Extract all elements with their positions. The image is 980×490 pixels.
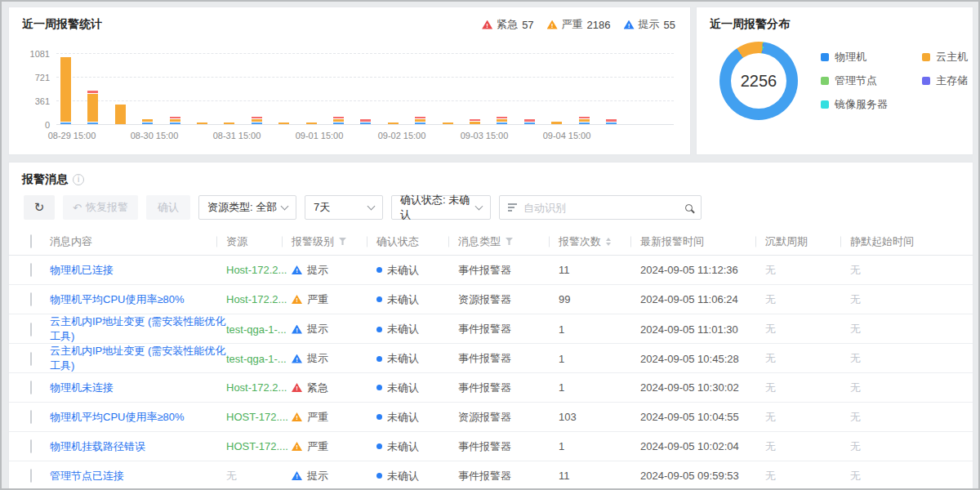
alarm-level: !紧急 [292, 381, 376, 395]
row-checkbox[interactable] [30, 381, 32, 394]
column-header: 消息类型 [458, 234, 559, 249]
distribution-legend-item[interactable]: 管理节点 [821, 74, 922, 88]
bar-group[interactable] [87, 90, 98, 124]
table-body: 物理机已连接Host-172.2...!提示未确认事件报警器112024-09-… [9, 256, 973, 489]
silence-start-time: 无 [850, 439, 973, 454]
bar-group[interactable] [170, 116, 180, 125]
bar-group[interactable] [278, 122, 289, 125]
column-header: 最新报警时间 [640, 234, 765, 249]
table-row: 物理机平均CPU使用率≥80%Host-172.2...!严重未确认资源报警器9… [9, 285, 973, 314]
column-header: 确认状态 [376, 234, 458, 249]
bar-segment-严重 [333, 119, 344, 122]
message-link[interactable]: 管理节点已连接 [50, 470, 124, 482]
ack-status: 未确认 [376, 292, 458, 307]
column-header-label: 消息类型 [458, 234, 501, 249]
silence-period: 无 [765, 351, 850, 366]
legend-count: 2186 [587, 19, 611, 31]
distribution-legend-item[interactable]: 主存储 [922, 74, 968, 88]
alarm-messages-card: 报警消息i ↻ ↶ 恢复报警 确认 资源类型: 全部 7天 确认状态: 未确 [8, 162, 973, 490]
time-range-select[interactable]: 7天 [305, 195, 383, 220]
select-all-checkbox[interactable] [30, 234, 32, 248]
row-checkbox[interactable] [30, 410, 32, 424]
bar-group[interactable] [415, 116, 425, 125]
bar-group[interactable] [524, 118, 535, 124]
bar-group[interactable] [60, 56, 71, 124]
silence-period: 无 [765, 292, 850, 307]
bar-group[interactable] [470, 118, 480, 124]
message-link[interactable]: 物理机挂载路径错误 [50, 440, 145, 452]
column-header: 静默起始时间 [850, 234, 973, 249]
table-header-row: 消息内容资源报警级别确认状态消息类型报警次数最新报警时间沉默周期静默起始时间 [9, 228, 973, 256]
restore-alarm-button[interactable]: ↶ 恢复报警 [63, 195, 138, 220]
resource-link[interactable]: test-qga-1-... [226, 323, 287, 336]
warning-triangle-icon: ! [482, 20, 492, 29]
resource-link[interactable]: Host-172.2... [226, 381, 287, 394]
bar-group[interactable] [388, 122, 399, 125]
sort-icon[interactable] [606, 238, 611, 246]
row-checkbox[interactable] [30, 292, 32, 306]
info-icon[interactable]: i [73, 174, 84, 185]
bar-group[interactable] [306, 122, 317, 125]
bar-segment-严重 [551, 122, 562, 124]
bar-segment-严重 [415, 119, 425, 122]
silence-period: 无 [765, 439, 850, 454]
silence-start-time: 无 [850, 322, 973, 336]
resource-type-select[interactable]: 资源类型: 全部 [198, 195, 296, 220]
resource-link[interactable]: Host-172.2... [226, 293, 287, 305]
message-link[interactable]: 物理机已连接 [50, 264, 114, 276]
stats-legend-item[interactable]: !紧急57 [482, 17, 533, 32]
filter-icon[interactable] [506, 238, 513, 245]
message-link[interactable]: 物理机平均CPU使用率≥80% [50, 411, 185, 423]
legend-swatch [922, 77, 930, 85]
table-row: 物理机挂载路径错误HOST-172....!严重未确认事件报警器12024-09… [9, 432, 973, 461]
message-link[interactable]: 云主机内IP地址变更 (需安装性能优化工具) [50, 345, 225, 372]
silence-start-time: 无 [850, 351, 973, 366]
bar-group[interactable] [443, 122, 453, 125]
row-checkbox[interactable] [30, 469, 32, 483]
bar-group[interactable] [224, 122, 234, 125]
alarm-level: !严重 [292, 439, 376, 454]
dashboard: 近一周报警统计 !紧急57!严重2186!提示55 0361721108108-… [0, 0, 980, 490]
row-checkbox[interactable] [30, 323, 32, 336]
confirm-button[interactable]: 确认 [146, 195, 190, 220]
resource-link[interactable]: HOST-172.... [226, 440, 288, 452]
stats-legend-item[interactable]: !严重2186 [547, 17, 611, 32]
bar-group[interactable] [142, 118, 153, 124]
bar-group[interactable] [252, 116, 262, 125]
bar-group[interactable] [333, 116, 344, 125]
bar-group[interactable] [497, 116, 507, 125]
bar-segment-紧急 [606, 119, 617, 122]
ack-status: 未确认 [376, 469, 458, 483]
refresh-button[interactable]: ↻ [24, 195, 55, 220]
bar-group[interactable] [551, 121, 562, 124]
distribution-legend-item[interactable]: 镜像服务器 [821, 97, 922, 112]
bar-group[interactable] [197, 122, 207, 125]
stats-legend-item[interactable]: !提示55 [624, 17, 675, 32]
distribution-legend-item[interactable]: 云主机 [922, 50, 968, 65]
row-checkbox[interactable] [30, 263, 32, 277]
resource-link[interactable]: test-qga-1-... [226, 353, 287, 365]
ack-status-select[interactable]: 确认状态: 未确认 [391, 195, 491, 220]
row-checkbox[interactable] [30, 439, 32, 453]
column-header-label: 最新报警时间 [640, 234, 704, 249]
search-icon[interactable] [685, 204, 693, 212]
legend-swatch [821, 53, 829, 61]
resource-link[interactable]: Host-172.2... [226, 264, 287, 276]
bar-group[interactable] [579, 116, 590, 125]
message-link[interactable]: 物理机平均CPU使用率≥80% [50, 293, 185, 305]
y-axis-tick: 1081 [17, 49, 50, 59]
distribution-legend-item[interactable]: 物理机 [821, 50, 922, 65]
bar-segment-提示 [606, 122, 617, 125]
alarm-distribution-card: 近一周报警分布 2256 物理机云主机管理节点主存储镜像服务器 [696, 7, 973, 155]
message-link[interactable]: 物理机未连接 [50, 381, 114, 394]
resource-link[interactable]: HOST-172.... [226, 411, 288, 423]
row-checkbox[interactable] [30, 352, 32, 366]
bar-group[interactable] [606, 118, 617, 124]
bar-group[interactable] [360, 118, 371, 124]
bar-group[interactable] [115, 104, 126, 124]
filter-icon[interactable] [339, 238, 346, 245]
search-input[interactable] [523, 202, 679, 214]
message-link[interactable]: 云主机内IP地址变更 (需安装性能优化工具) [50, 315, 225, 342]
alarm-level: !提示 [292, 351, 376, 366]
alarm-level: !严重 [292, 292, 376, 307]
